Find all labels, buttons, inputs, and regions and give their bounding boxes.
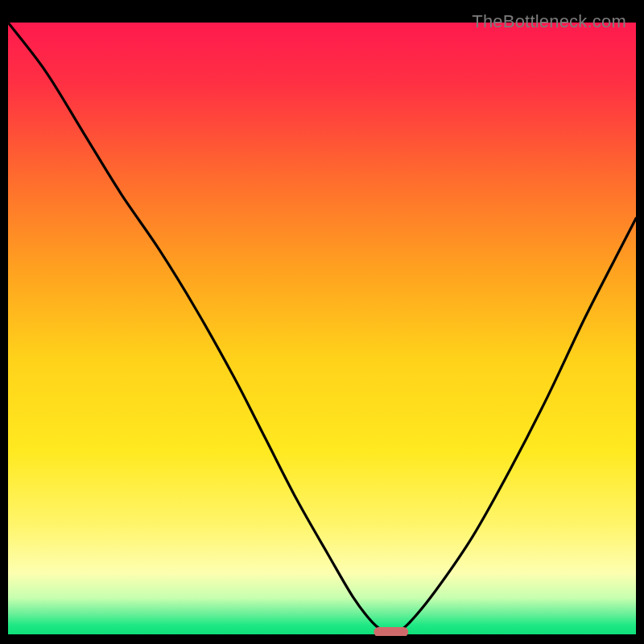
optimal-marker — [374, 627, 408, 636]
watermark-text: TheBottleneck.com — [472, 11, 626, 32]
chart-frame: TheBottleneck.com — [8, 8, 636, 636]
bottleneck-chart — [8, 8, 636, 636]
